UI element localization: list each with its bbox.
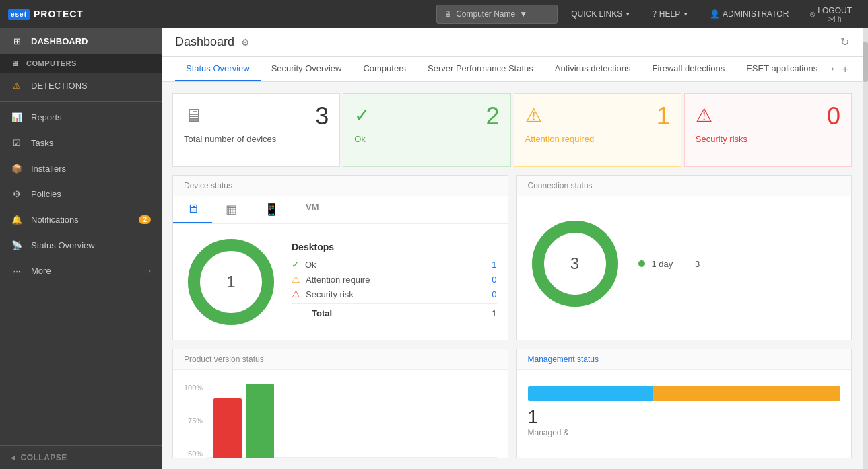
sidebar-item-dashboard[interactable]: ⊞ DASHBOARD: [0, 28, 162, 54]
legend-attention-icon: ⚠: [292, 274, 300, 285]
sidebar: ⊞ DASHBOARD 🖥 COMPUTERS ⚠ DETECTIONS 📊 R…: [0, 28, 162, 469]
mgmt-segment-blue: [528, 386, 653, 401]
product-version-panel: Product version status 100% 75% 50%: [172, 349, 508, 458]
management-bar: [528, 386, 841, 401]
ok-check-icon: ✓: [354, 104, 370, 127]
connection-donut-chart: 3: [528, 217, 622, 311]
tasks-icon: ☑: [11, 137, 23, 149]
legend-security-label: Security risk: [306, 289, 354, 299]
scrollbar-thumb[interactable]: [863, 42, 868, 82]
device-status-tabs: 🖥 ▦ 📱 VM: [173, 196, 508, 224]
y-label-50: 50%: [184, 449, 203, 458]
administrator-btn[interactable]: 👤 ADMINISTRATOR: [702, 0, 797, 28]
sidebar-item-more[interactable]: ··· More ›: [0, 258, 162, 283]
tab-status-overview[interactable]: Status Overview: [175, 57, 261, 81]
help-label: HELP: [659, 9, 680, 19]
sidebar-item-status-overview[interactable]: 📡 Status Overview: [0, 232, 162, 258]
refresh-btn[interactable]: ↻: [840, 36, 849, 48]
legend-ok-label: Ok: [305, 260, 316, 270]
sidebar-item-reports[interactable]: 📊 Reports: [0, 104, 162, 130]
security-risk-icon: ⚠: [696, 104, 712, 127]
quick-links-arrow-icon: ▼: [625, 11, 630, 17]
logout-sub-label: >4 h: [828, 15, 842, 23]
main-layout: ⊞ DASHBOARD 🖥 COMPUTERS ⚠ DETECTIONS 📊 R…: [0, 28, 868, 469]
management-status-panel: Management status 1 Managed &: [516, 349, 853, 458]
sidebar-item-detections[interactable]: ⚠ DETECTIONS: [0, 73, 162, 98]
tab-scroll-right-icon[interactable]: ›: [828, 61, 836, 78]
tab-server-perf[interactable]: Server Performance Status: [417, 57, 544, 81]
monitor-icon: 🖥: [444, 9, 452, 19]
legend-ok-value: 1: [492, 260, 496, 270]
computer-name-search[interactable]: 🖥 Computer Name ▼: [436, 5, 558, 24]
sidebar-item-tasks[interactable]: ☑ Tasks: [0, 130, 162, 155]
sidebar-item-policies[interactable]: ⚙ Policies: [0, 181, 162, 207]
tab-computers[interactable]: Computers: [352, 57, 417, 81]
total-devices-label: Total number of devices: [184, 134, 329, 144]
connection-status-body: 3 1 day 3: [517, 196, 852, 331]
management-status-title: Management status: [517, 349, 852, 370]
legend-row-attention: ⚠ Attention require 0: [292, 274, 497, 285]
tab-add-btn[interactable]: +: [840, 61, 851, 78]
collapse-label: COLLAPSE: [21, 453, 67, 462]
device-tab-desktop[interactable]: 🖥: [173, 196, 212, 223]
dashboard-label: DASHBOARD: [31, 36, 88, 46]
devices-icon: 🖥: [184, 104, 203, 127]
device-tab-mobile[interactable]: 📱: [251, 196, 292, 223]
help-arrow-icon: ▼: [683, 11, 688, 17]
detections-label: DETECTIONS: [31, 81, 88, 91]
ok-label: Ok: [354, 134, 499, 144]
sidebar-item-installers[interactable]: 📦 Installers: [0, 155, 162, 181]
sidebar-item-notifications[interactable]: 🔔 Notifications 2: [0, 207, 162, 232]
help-btn[interactable]: ? HELP ▼: [644, 0, 696, 28]
settings-gear-icon[interactable]: ⚙: [241, 37, 250, 48]
connection-status-panel: Connection status 3: [516, 175, 853, 340]
logout-label: LOGOUT: [817, 6, 852, 15]
status-overview-label: Status Overview: [31, 240, 95, 250]
panel-row-1: Device status 🖥 ▦ 📱 VM: [172, 175, 852, 340]
installers-icon: 📦: [11, 162, 23, 174]
status-overview-icon: 📡: [11, 239, 23, 251]
quick-links-btn[interactable]: QUICK LINKS ▼: [563, 0, 638, 28]
admin-user-icon: 👤: [710, 9, 720, 19]
content-area: Dashboard ⚙ ↻ Status Overview Security O…: [162, 28, 863, 469]
computer-name-label: Computer Name: [456, 9, 515, 19]
logo-text: PROTECT: [34, 9, 84, 20]
attention-warning-icon: ⚠: [525, 104, 542, 127]
policies-label: Policies: [31, 189, 61, 199]
device-legend: Desktops ✓ Ok 1 ⚠ Attention require 0: [292, 242, 497, 322]
notifications-icon: 🔔: [11, 213, 23, 225]
management-number: 1: [528, 406, 841, 428]
stat-card-total-devices: 🖥 3 Total number of devices: [172, 93, 340, 167]
dashboard-content: 🖥 3 Total number of devices ✓ 2 Ok: [162, 82, 863, 469]
sidebar-icon: 🖥: [11, 59, 19, 67]
scrollbar-track[interactable]: [863, 28, 868, 469]
notifications-badge: 2: [139, 215, 151, 224]
device-donut-label: 1: [226, 273, 235, 291]
sidebar-section-computers: 🖥 COMPUTERS: [0, 54, 162, 73]
device-tab-vm[interactable]: VM: [292, 196, 333, 223]
administrator-label: ADMINISTRATOR: [723, 9, 789, 19]
legend-total-value: 1: [492, 308, 496, 318]
tab-antivirus[interactable]: Antivirus detections: [544, 57, 642, 81]
logout-btn[interactable]: ⎋ LOGOUT >4 h: [802, 0, 860, 28]
logout-icon: ⎋: [810, 9, 815, 19]
panel-row-2: Product version status 100% 75% 50%: [172, 349, 852, 458]
product-bar-green: [246, 384, 274, 458]
conn-green-dot: [638, 260, 645, 267]
product-version-title: Product version status: [173, 349, 508, 370]
dashboard-icon: ⊞: [11, 35, 23, 47]
y-label-75: 75%: [184, 417, 203, 425]
device-tab-server[interactable]: ▦: [212, 196, 251, 223]
content-header: Dashboard ⚙ ↻: [162, 28, 863, 57]
tab-firewall[interactable]: Firewall detections: [642, 57, 736, 81]
sidebar-collapse-btn[interactable]: ◂ COLLAPSE: [0, 445, 162, 469]
security-risks-label: Security risks: [696, 134, 840, 144]
tab-eset-apps[interactable]: ESET applications: [735, 57, 828, 81]
tasks-label: Tasks: [31, 138, 53, 148]
more-icon: ···: [11, 264, 23, 277]
tab-security-overview[interactable]: Security Overview: [261, 57, 353, 81]
desktops-title: Desktops: [292, 242, 497, 252]
legend-row-ok: ✓ Ok 1: [292, 259, 497, 270]
stat-cards-row: 🖥 3 Total number of devices ✓ 2 Ok: [172, 93, 852, 167]
connection-donut-label: 3: [570, 254, 579, 273]
